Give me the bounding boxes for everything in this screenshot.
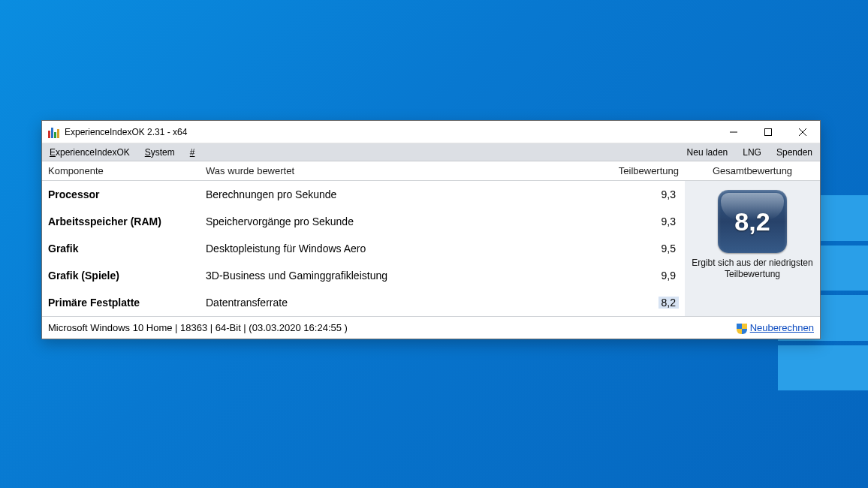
subscore-value: 9,3	[602, 188, 685, 200]
component-name: Processor	[42, 188, 200, 200]
minimize-icon	[730, 128, 737, 136]
table-row: GrafikDesktopleistung für Windows Aero9,…	[42, 235, 685, 262]
table-row: Primäre FestplatteDatentransferrate8,2	[42, 289, 685, 316]
header-overall: Gesamtbewertung	[685, 165, 820, 176]
rated-description: Desktopleistung für Windows Aero	[200, 242, 602, 255]
maximize-button[interactable]	[751, 121, 785, 143]
recalculate-label: Neuberechnen	[750, 322, 814, 333]
rated-description: Speichervorgänge pro Sekunde	[200, 215, 602, 227]
table-row: Grafik (Spiele)3D-Business und Gaminggra…	[42, 262, 685, 289]
menu-experienceindexok[interactable]: ExperienceIndexOK	[47, 146, 133, 159]
subscore-value: 9,9	[602, 270, 685, 282]
footer: Microsoft Windows 10 Home | 18363 | 64-B…	[42, 316, 820, 339]
table-row: ProcessorBerechnungen pro Sekunde9,3	[42, 181, 685, 208]
subscore-value: 9,5	[602, 242, 685, 255]
menu-lng[interactable]: LNG	[740, 146, 764, 159]
subscore-value: 8,2	[602, 297, 685, 309]
component-name: Grafik (Spiele)	[42, 270, 200, 282]
header-rated: Was wurde bewertet	[200, 165, 602, 176]
rated-description: 3D-Business und Gaminggrafikleistung	[200, 270, 602, 282]
titlebar[interactable]: ExperienceIndexOK 2.31 - x64	[42, 121, 820, 143]
body: ProcessorBerechnungen pro Sekunde9,3Arbe…	[42, 181, 820, 316]
overall-score: 8,2	[734, 207, 770, 236]
recalculate-link[interactable]: Neuberechnen	[737, 322, 814, 333]
svg-rect-0	[765, 128, 772, 135]
subscore-value: 9,3	[602, 215, 685, 227]
column-headers: Komponente Was wurde bewertet Teilbewert…	[42, 161, 820, 181]
menu-spenden[interactable]: Spenden	[773, 146, 815, 159]
component-name: Grafik	[42, 242, 200, 255]
app-icon	[48, 126, 60, 138]
menu--[interactable]: #	[187, 146, 198, 159]
shield-icon	[737, 324, 747, 334]
overall-note: Ergibt sich aus der niedrigsten Teilbewe…	[691, 258, 814, 280]
table-row: Arbeitsspeicher (RAM)Speichervorgänge pr…	[42, 208, 685, 235]
app-window: ExperienceIndexOK 2.31 - x64 ExperienceI…	[41, 120, 821, 339]
rated-description: Datentransferrate	[200, 297, 602, 309]
rated-description: Berechnungen pro Sekunde	[200, 188, 602, 200]
menu-neu-laden[interactable]: Neu laden	[684, 146, 731, 159]
maximize-icon	[764, 128, 772, 136]
close-icon	[799, 128, 806, 136]
system-info: Microsoft Windows 10 Home | 18363 | 64-B…	[48, 322, 737, 333]
close-button[interactable]	[785, 121, 820, 143]
window-title: ExperienceIndexOK 2.31 - x64	[65, 127, 716, 137]
header-subscore: Teilbewertung	[602, 165, 685, 176]
menubar: ExperienceIndexOKSystem# Neu ladenLNGSpe…	[42, 143, 820, 161]
component-name: Primäre Festplatte	[42, 297, 200, 309]
overall-panel: 8,2 Ergibt sich aus der niedrigsten Teil…	[685, 181, 820, 316]
score-table: ProcessorBerechnungen pro Sekunde9,3Arbe…	[42, 181, 685, 316]
header-component: Komponente	[42, 165, 200, 176]
overall-badge: 8,2	[718, 190, 787, 253]
component-name: Arbeitsspeicher (RAM)	[42, 215, 200, 227]
menu-system[interactable]: System	[142, 146, 178, 159]
minimize-button[interactable]	[716, 121, 751, 143]
